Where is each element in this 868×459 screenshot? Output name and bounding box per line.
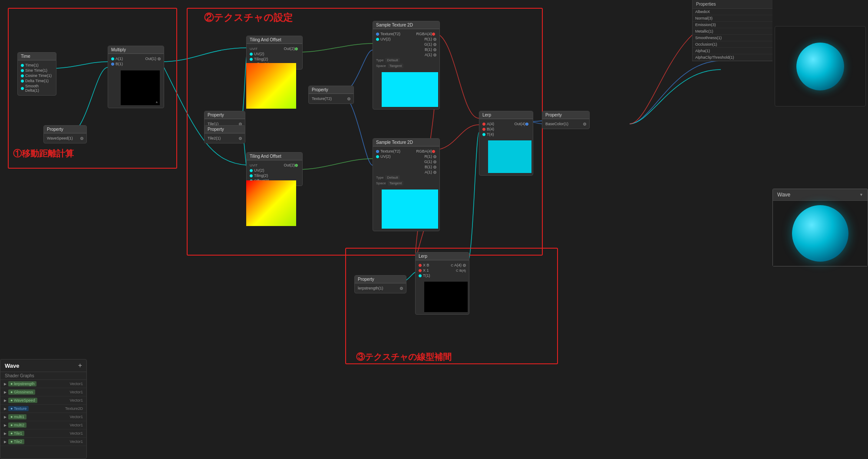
section2-label: ②テクスチャの設定 (204, 11, 293, 24)
chevron-icon-2: ▶ (4, 390, 7, 394)
preview-gradient1 (246, 63, 296, 109)
sidebar-item-lerpstrength[interactable]: ▶ ● lerpstrength Vector1 (0, 380, 86, 388)
port-st2-a (433, 171, 436, 174)
port-final-out (583, 123, 586, 126)
tiling-offset2-header: Tiling And Offset (247, 153, 302, 160)
property-tile2-body: Tile2(1) (205, 133, 245, 143)
port-lerp2-out (463, 264, 466, 267)
property-final-header: Property (542, 111, 589, 119)
port-mul-out (158, 57, 161, 60)
property-wavespeed-header: Property (44, 126, 86, 133)
property-tile1-header: Property (205, 111, 245, 119)
lerp2-body: X B CA(4) X 1 CB(4) T(1) (416, 260, 469, 280)
port-st1-b (433, 48, 436, 51)
prop-normal: Normal(3) (693, 15, 772, 22)
prop-smoothness: Smoothness(1) (693, 35, 772, 41)
port-sinetime-out (21, 69, 24, 72)
tiling-offset1-header: Tiling And Offset (247, 36, 302, 44)
port-tiling1-uv (250, 53, 253, 56)
port-st2-uv (376, 155, 379, 158)
sidebar-title: Wave (5, 363, 19, 369)
section3-label: ③テクスチャの線型補間 (356, 351, 452, 363)
lerp1-node[interactable]: Lerp A(4) Out(4) B(4) T(4) (479, 111, 533, 176)
port-st1-g (433, 43, 436, 46)
port-st2-b (433, 166, 436, 169)
port-tiling2-uv (250, 169, 253, 172)
chevron-icon-5: ▶ (4, 415, 7, 419)
property-wavespeed-node[interactable]: Property WaveSpeed(1) (43, 125, 87, 143)
chevron-icon-3: ▶ (4, 399, 7, 402)
prop-alphaclip: AlphaClipThreshold(1) (693, 54, 772, 61)
property-tile2-node[interactable]: Property Tile2(1) (204, 125, 245, 143)
sidebar-item-tile2[interactable]: ▶ ● Tile2 Vector1 (0, 438, 86, 446)
tag-tile2: ● Tile2 (8, 439, 24, 444)
sidebar-item-multi2[interactable]: ▶ ● multi2 Vector1 (0, 421, 86, 429)
port-deltatime-out (21, 80, 24, 83)
sphere-preview-wave (792, 205, 848, 262)
port-st1-tex (376, 33, 379, 36)
lerp2-header: Lerp (416, 253, 469, 260)
time-node[interactable]: Time Time(1) Sine Time(1) Cosine Time(1)… (17, 52, 56, 96)
property-texture-header: Property (309, 86, 353, 94)
property-final-node[interactable]: Property BaseColor(1) (542, 111, 590, 129)
time-node-body: Time(1) Sine Time(1) Cosine Time(1) Delt… (18, 60, 56, 95)
chevron-icon-7: ▶ (4, 432, 7, 436)
port-lerp1-b (482, 128, 485, 131)
sidebar-item-multi1[interactable]: ▶ ● multi1 Vector1 (0, 413, 86, 421)
property-lerp-header: Property (355, 276, 406, 283)
multiply-node-body: A(1) Out(1) B(1) (108, 54, 164, 69)
sidebar-subtitle: Shader Graphs (0, 372, 86, 380)
port-lerp2-t (419, 274, 422, 277)
sidebar-item-glossiness[interactable]: ▶ ● Glossiness Vector1 (0, 388, 86, 396)
wave-dropdown-header[interactable]: Wave ▼ (773, 189, 868, 201)
lerp2-node[interactable]: Lerp X B CA(4) X 1 CB(4) T(1) (415, 252, 469, 315)
sidebar-item-tile1[interactable]: ▶ ● Tile1 Vector1 (0, 429, 86, 438)
property-texture-node[interactable]: Property Texture(T2) (308, 86, 354, 104)
canvas-area: ①移動距離計算 ②テクスチャの設定 ③テクスチャの線型補間 Time Time(… (0, 0, 868, 459)
port-cosinetime-out (21, 74, 24, 77)
chevron-icon-4: ▶ (4, 407, 7, 411)
port-tile2-out (239, 137, 242, 140)
wave-dropdown-label: Wave (777, 192, 790, 198)
sample-texture2-node[interactable]: Sample Texture 2D Texture(T2) RGBA(4) UV… (373, 138, 440, 231)
sample-texture1-node[interactable]: Sample Texture 2D Texture(T2) RGBA(4) UV… (373, 21, 440, 110)
type-wavespeed: Vector1 (69, 398, 83, 402)
port-lerp2-a (419, 264, 422, 267)
wave-dropdown[interactable]: Wave ▼ (772, 189, 868, 266)
port-lerp2-b (419, 269, 422, 272)
prop-metallic: Metallic(1) (693, 28, 772, 35)
multiply-node[interactable]: Multiply A(1) Out(1) B(1) ▲ (108, 46, 164, 108)
lerp1-body: A(4) Out(4) B(4) T(4) (479, 119, 533, 139)
property-lerp-node[interactable]: Property lerpstrength(1) (354, 275, 406, 293)
property-texture-body: Texture(T2) (309, 94, 353, 103)
prop-albedo: AlbedoX (693, 9, 772, 15)
type-lerpstrength: Vector1 (69, 382, 83, 386)
property-tile2-header: Property (205, 126, 245, 133)
port-st1-a (433, 53, 436, 57)
right-sphere-top-container (775, 26, 866, 106)
type-tile1: Vector1 (69, 431, 83, 436)
port-tiling2-tiling (250, 174, 253, 177)
port-lerp1-t (482, 133, 485, 136)
multiply-node-header: Multiply (108, 46, 164, 54)
port-tiling2-out (295, 164, 298, 167)
tag-texture: ● Texture (8, 406, 29, 411)
chevron-icon-6: ▶ (4, 423, 7, 427)
tag-wavespeed: ● WaveSpeed (8, 398, 37, 403)
tag-multi2: ● multi2 (8, 422, 26, 428)
time-node-header: Time (18, 53, 56, 60)
add-property-button[interactable]: + (78, 362, 82, 369)
section1-label: ①移動距離計算 (13, 148, 74, 160)
sidebar-item-texture[interactable]: ▶ ● Texture Texture2D (0, 405, 86, 413)
port-lerp1-a (482, 123, 485, 126)
lerp1-header: Lerp (479, 111, 533, 119)
port-wavespeed-out (80, 137, 83, 140)
sidebar-item-wavespeed[interactable]: ▶ ● WaveSpeed Vector1 (0, 396, 86, 405)
prop-alpha: Alpha(1) (693, 48, 772, 54)
sample-texture1-header: Sample Texture 2D (373, 21, 439, 29)
port-st1-uv (376, 38, 379, 41)
type-glossiness: Vector1 (69, 390, 83, 394)
tag-lerpstrength: ● lerpstrength (8, 381, 36, 386)
right-properties-panel: Properties AlbedoX Normal(3) Emission(3)… (692, 0, 772, 61)
type-tile2: Vector1 (69, 439, 83, 444)
